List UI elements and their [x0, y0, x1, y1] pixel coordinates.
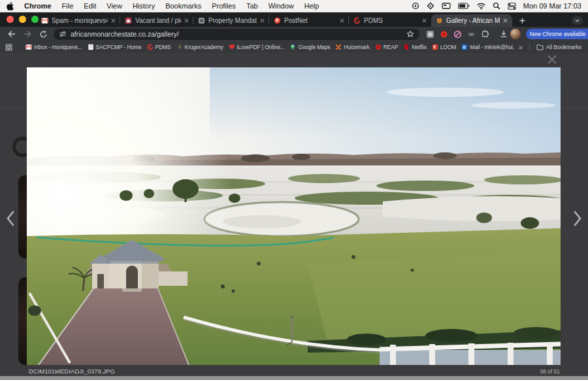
bookmark-pdms[interactable]: PDMS — [147, 44, 171, 50]
control-center-icon[interactable] — [508, 3, 516, 10]
tab-gallery-active[interactable]: Gallery - African Monarch — [431, 14, 512, 27]
loom-icon — [432, 44, 438, 50]
bookmark-label: LOOM — [440, 44, 456, 50]
bookmark-sacpcmp[interactable]: SACPCMP - Home — [88, 44, 142, 50]
reap-icon — [375, 44, 382, 50]
window-controls — [7, 16, 39, 23]
tab-close-icon[interactable] — [184, 18, 189, 23]
tab-close-icon[interactable] — [503, 18, 508, 23]
lightbox-next-arrow[interactable] — [571, 210, 584, 227]
bookmark-huizemark[interactable]: Huizemark — [335, 44, 369, 50]
tab-close-icon[interactable] — [111, 18, 116, 23]
url-text[interactable]: africanmonarchestate.co.za/gallery/ — [71, 30, 402, 38]
lightbox-prev-arrow[interactable] — [4, 210, 17, 227]
menu-item-tab[interactable]: Tab — [246, 2, 258, 10]
tab-postnet[interactable]: PostNet — [269, 14, 349, 27]
address-bar[interactable]: africanmonarchestate.co.za/gallery/ — [54, 29, 419, 40]
bookmark-label: Huizemark — [344, 44, 369, 50]
bookmark-label: SACPCMP - Home — [96, 44, 142, 50]
back-button[interactable] — [4, 28, 20, 40]
extension-gray-icon[interactable] — [426, 30, 434, 39]
menu-item-view[interactable]: View — [106, 2, 122, 10]
gallery-photo — [27, 67, 561, 365]
screen-record-icon[interactable] — [412, 2, 419, 10]
document-icon — [88, 44, 94, 50]
pdms-icon — [353, 17, 361, 24]
reload-button[interactable] — [35, 28, 51, 40]
bookmark-loom[interactable]: LOOM — [432, 44, 456, 50]
bookmarks-bar: Inbox - moniquevs... SACPCMP - Home PDMS… — [0, 41, 588, 53]
document-icon — [198, 17, 205, 24]
bookmark-label: Netflix — [412, 44, 427, 50]
menu-item-window[interactable]: Window — [269, 2, 294, 10]
extension-blocker-icon[interactable] — [453, 30, 462, 39]
tab-title: PDMS — [364, 17, 419, 24]
tab-pdms[interactable]: PDMS — [349, 14, 431, 27]
menu-item-chrome[interactable]: Chrome — [24, 2, 52, 10]
forward-button[interactable] — [20, 28, 35, 40]
bookmark-netflix[interactable]: Netflix — [403, 44, 427, 50]
tab-property-mandate[interactable]: Property Mandate Proposal — [193, 14, 269, 27]
chrome-update-button[interactable]: New Chrome available ⋮ — [526, 29, 588, 39]
apple-menu-icon[interactable] — [7, 2, 14, 10]
spotlight-icon[interactable] — [493, 2, 500, 10]
battery-icon[interactable] — [458, 3, 470, 9]
gmail-icon — [41, 17, 48, 24]
menu-item-file[interactable]: File — [62, 2, 74, 10]
tab-close-icon[interactable] — [260, 18, 265, 23]
extension-red-icon[interactable] — [440, 30, 448, 39]
apps-grid-icon[interactable] — [5, 44, 12, 51]
downloads-icon[interactable] — [497, 28, 510, 40]
tab-close-icon[interactable] — [340, 18, 344, 23]
menu-item-profiles[interactable]: Profiles — [212, 2, 236, 10]
tab-search-button[interactable] — [572, 16, 583, 25]
all-bookmarks-button[interactable]: All Bookmarks — [536, 44, 581, 50]
monarch-icon — [436, 17, 443, 24]
bookmark-krugeracademy[interactable]: KrugerAcademy — [176, 44, 223, 50]
property-icon — [125, 17, 132, 24]
menu-bar-clock[interactable]: Mon 09 Mar 17:03 — [523, 2, 581, 10]
bookmark-label: iLovePDF | Online... — [237, 44, 285, 50]
new-tab-button[interactable] — [519, 17, 526, 24]
lightbox-close-icon[interactable] — [546, 54, 558, 65]
lightbox-filename: DCIM101MEDIADJI_0379.JPG — [29, 368, 115, 375]
mail-icon — [461, 44, 468, 50]
stats-icon[interactable] — [427, 2, 434, 10]
site-settings-icon[interactable] — [59, 30, 67, 38]
profile-avatar[interactable] — [510, 29, 521, 39]
bookmark-label: PDMS — [155, 44, 171, 50]
bookmarks-overflow-chevron[interactable]: » — [519, 44, 523, 51]
tab-title: Spam - moniquevs4@gmail.c — [52, 17, 108, 24]
menu-item-bookmarks[interactable]: Bookmarks — [165, 2, 201, 10]
tab-close-icon[interactable] — [422, 18, 427, 23]
browser-toolbar: africanmonarchestate.co.za/gallery/ — [0, 27, 588, 41]
tab-spam-gmail[interactable]: Spam - moniquevs4@gmail.c — [37, 14, 120, 27]
menu-item-history[interactable]: History — [133, 2, 155, 10]
window-bottom-edge — [0, 376, 588, 380]
bookmark-ilovepdf[interactable]: iLovePDF | Online... — [229, 44, 285, 50]
tab-title: PostNet — [284, 17, 336, 24]
bookmarks-divider — [529, 43, 530, 51]
chrome-tab-strip: Spam - moniquevs4@gmail.c Vacant land / … — [0, 12, 588, 27]
bookmark-mail[interactable]: Mail - mkriek@hui... — [461, 44, 517, 50]
extensions-puzzle-icon[interactable] — [481, 30, 489, 39]
window-close-button[interactable] — [7, 16, 14, 23]
bookmark-label: REAP — [384, 44, 399, 50]
bookmark-reap[interactable]: REAP — [375, 44, 399, 50]
screen: Chrome File Edit View History Bookmarks … — [0, 0, 588, 380]
bookmark-inbox[interactable]: Inbox - moniquevs... — [25, 44, 82, 50]
menu-item-edit[interactable]: Edit — [84, 2, 96, 10]
window-minimize-button[interactable] — [19, 16, 26, 23]
wifi-icon[interactable] — [477, 3, 485, 10]
bookmark-label: Google Maps — [298, 44, 330, 50]
bookmark-label: Mail - mkriek@hui... — [470, 44, 517, 50]
bookmark-star-icon[interactable] — [406, 30, 414, 38]
bookmark-google-maps[interactable]: Google Maps — [289, 44, 330, 50]
display-icon[interactable] — [442, 2, 451, 10]
tab-vacant-land[interactable]: Vacant land / plot for sale in L — [120, 14, 193, 27]
lightbox-image — [27, 67, 561, 365]
extension-dash-icon[interactable] — [467, 30, 476, 39]
tab-title: Vacant land / plot for sale in L — [135, 17, 181, 24]
bookmark-label: KrugerAcademy — [185, 44, 223, 50]
menu-item-help[interactable]: Help — [304, 2, 319, 10]
